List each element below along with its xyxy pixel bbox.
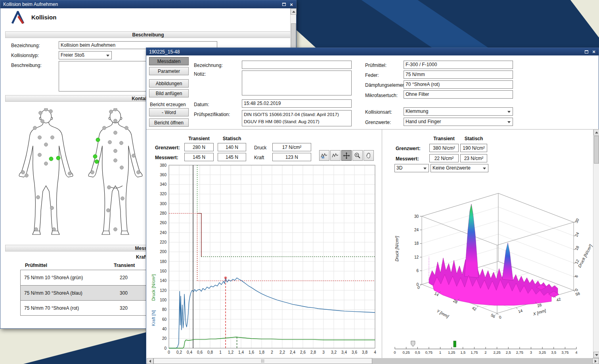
hand-button[interactable]	[364, 150, 374, 161]
svg-text:3,25: 3,25	[539, 350, 546, 354]
word-export-button[interactable]: - Word	[149, 108, 189, 116]
transient-column-header: Transient	[114, 263, 135, 268]
view-mode-select[interactable]: 3D	[394, 164, 429, 172]
pruefmittel-cell: 75 N/mm 30 °ShoreA (blau)	[21, 290, 82, 296]
svg-text:Druck [N/cm²]: Druck [N/cm²]	[394, 236, 399, 261]
grenzwerte-select[interactable]: Hand und Finger	[404, 118, 513, 126]
value: 17 N/cm²	[282, 145, 302, 150]
scroll-up-button[interactable]	[593, 129, 599, 135]
curve-pause-button[interactable]	[319, 150, 329, 161]
chevron-down-icon	[106, 55, 109, 57]
kraft-label: Kraft	[254, 155, 264, 160]
front-window-title: 190225_15-48	[149, 49, 582, 55]
pruefspezifikation-box[interactable]: DIN ISO/TS 15066:2017-04 (Stand: April 2…	[242, 110, 352, 126]
svg-text:340: 340	[160, 182, 166, 187]
abbildungen-button[interactable]: Abbildungen	[149, 79, 189, 88]
svg-text:180: 180	[160, 259, 166, 264]
value: 22 N/cm²	[434, 156, 454, 161]
svg-text:360: 360	[160, 173, 166, 177]
maximize-button[interactable]	[281, 2, 287, 7]
svg-text:1,75: 1,75	[471, 350, 478, 354]
svg-text:0: 0	[164, 346, 166, 351]
input-value: F-300 / F-1000	[406, 62, 437, 67]
svg-text:1,6: 1,6	[249, 350, 254, 354]
svg-text:56: 56	[490, 313, 496, 319]
svg-text:12: 12	[414, 255, 419, 259]
back-window-titlebar[interactable]: Kollision beim Aufnehmen ×	[0, 0, 296, 8]
svg-text:6: 6	[574, 274, 579, 278]
bild-anfuegen-button[interactable]: Bild anfügen	[149, 89, 189, 97]
svg-text:2,8: 2,8	[310, 350, 316, 354]
maximize-button[interactable]	[583, 49, 589, 55]
svg-text:3: 3	[530, 350, 532, 354]
scroll-left-button[interactable]	[147, 358, 153, 364]
slider-handle-gray[interactable]	[411, 341, 415, 347]
arrow-left-icon	[149, 360, 151, 363]
front-window-titlebar[interactable]: 190225_15-48 ×	[146, 48, 599, 55]
sidebar-tab-messdaten[interactable]: Messdaten	[149, 57, 189, 65]
chevron-down-icon	[423, 168, 427, 170]
svg-text:X [mm]: X [mm]	[532, 308, 547, 316]
kollisionstyp-select[interactable]: Freier Stoß	[59, 51, 112, 59]
value: 145 N	[193, 154, 205, 160]
curve-button[interactable]	[330, 150, 341, 161]
vertical-scrollbar[interactable]	[593, 129, 599, 358]
close-button[interactable]: ×	[288, 2, 295, 7]
scroll-down-button[interactable]	[593, 352, 599, 358]
scrollbar-thumb[interactable]	[594, 136, 599, 164]
svg-text:3,4: 3,4	[341, 350, 347, 354]
svg-text:2,5: 2,5	[506, 350, 511, 354]
force-grenzwert-transient: 280 N	[184, 143, 214, 151]
bericht-erzeugen-label: Bericht erzeugen	[150, 102, 186, 107]
body-back-figure[interactable]	[84, 108, 147, 239]
arrow-up-icon	[292, 11, 295, 13]
svg-text:3,6: 3,6	[352, 350, 357, 354]
datum-input[interactable]: 15:48 25.02.2019	[242, 99, 352, 108]
pruefmittel-label: Prüfmittel:	[365, 63, 387, 68]
mikrofasertuch-input[interactable]: Ohne Filter	[404, 90, 513, 99]
pressure-transient-header: Transient	[429, 136, 459, 141]
svg-text:0,4: 0,4	[187, 350, 192, 354]
svg-text:56: 56	[575, 291, 580, 297]
force-transient-header: Transient	[184, 136, 214, 141]
wallpaper-triangle-shape	[0, 329, 146, 364]
select-value: 3D	[396, 165, 402, 171]
section-label: Beschreibung	[132, 32, 164, 38]
svg-text:80: 80	[162, 307, 167, 312]
svg-text:220: 220	[160, 240, 166, 244]
feder-input[interactable]: 75 N/mm	[404, 71, 513, 79]
svg-text:28: 28	[537, 303, 542, 308]
chevron-down-icon	[507, 111, 511, 113]
svg-text:200: 200	[160, 250, 166, 254]
kollisionsart-label: Kollisionsart:	[365, 109, 392, 115]
notiz-textarea[interactable]	[242, 71, 352, 95]
kollisionsart-select[interactable]: Klemmung	[404, 107, 513, 116]
svg-text:380: 380	[160, 164, 166, 168]
pressure-surface-3d-chart[interactable]: 06121824300612182430014284256014284256Dr…	[383, 175, 598, 342]
daempfungselement-input[interactable]: 70 °ShoreA (rot)	[404, 80, 513, 89]
svg-text:0,8: 0,8	[207, 350, 213, 354]
pan-button[interactable]	[341, 150, 352, 161]
curve-icon	[332, 152, 339, 159]
button-label: - Word	[162, 110, 176, 115]
horizontal-scrollbar[interactable]	[147, 358, 599, 364]
bezeichnung-input[interactable]	[242, 61, 352, 69]
zoom-button[interactable]	[352, 150, 363, 161]
pruefmittel-input[interactable]: F-300 / F-1000	[404, 61, 513, 69]
scroll-right-button[interactable]	[592, 358, 599, 364]
curve-pause-icon	[321, 152, 328, 159]
close-button[interactable]: ×	[591, 49, 597, 55]
sidebar-tab-parameter[interactable]: Parameter	[149, 67, 189, 75]
spec-line-1: DIN ISO/TS 15066:2017-04 (Stand: April 2…	[244, 111, 350, 118]
svg-text:2,2: 2,2	[279, 350, 285, 354]
slider-handle-green[interactable]	[454, 341, 456, 347]
force-pressure-chart[interactable]: 00,20,40,60,811,21,41,61,822,22,42,62,83…	[149, 164, 377, 354]
section-header-beschreibung: Beschreibung	[5, 31, 291, 38]
time-range-slider[interactable]: 00,250,50,7511,251,51,7522,252,52,7533,2…	[390, 340, 580, 356]
scrollbar-thumb[interactable]	[153, 358, 372, 364]
grenzwerte-display-select[interactable]: Keine Grenzwerte	[431, 164, 488, 172]
bericht-oeffnen-button[interactable]: Bericht öffnen	[149, 118, 189, 127]
scroll-up-button[interactable]	[291, 8, 297, 15]
body-front-figure[interactable]	[14, 108, 78, 239]
spec-line-2: DGUV FB HM 080 (Stand: Aug 2017)	[244, 118, 350, 126]
